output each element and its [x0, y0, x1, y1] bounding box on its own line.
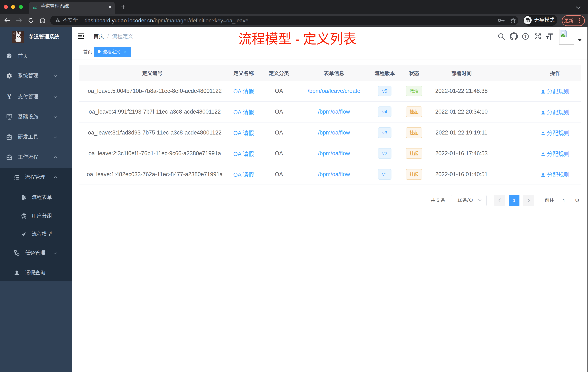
svg-text:?: ?: [524, 34, 526, 39]
